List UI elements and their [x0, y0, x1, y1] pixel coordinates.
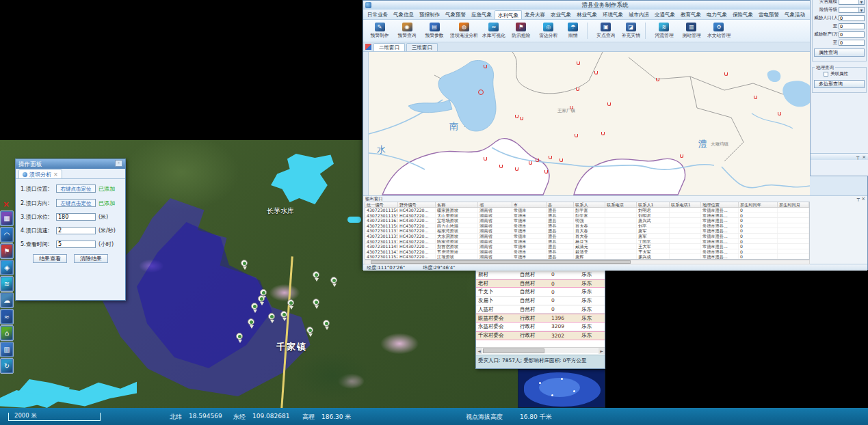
map-view-tab[interactable]: 二维窗口 [373, 43, 405, 51]
toolbar-button[interactable]: ▤ 预警参数 [423, 23, 446, 39]
table-row[interactable]: 430723011137HC4307220...陈家湾滑坡湖南省 常德市澧县杨月… [365, 239, 809, 245]
tab-close-icon[interactable]: × [53, 172, 58, 178]
village-pin-marker[interactable] [236, 333, 244, 343]
table-row[interactable]: 430723011145HC4307220...别首宿滑坡湖南省 常德市澧县戴清… [365, 244, 809, 249]
village-pin-marker[interactable] [280, 311, 288, 321]
disaster-point-marker[interactable] [536, 159, 539, 162]
rainbow-tool[interactable]: ◠ [0, 227, 14, 243]
menu-tab[interactable]: 环境气象 [600, 10, 626, 19]
village-pin-marker[interactable] [313, 299, 320, 309]
disaster-point-marker[interactable] [499, 165, 503, 168]
menu-tab[interactable]: 气象预警 [443, 10, 469, 19]
panel-close-icon[interactable]: × [862, 154, 866, 160]
toolbar-button[interactable]: ◉ 预警查询 [395, 23, 419, 39]
toolbar-button[interactable]: ≈ 水库可视化 [482, 23, 505, 39]
toolbar-button[interactable]: ▥ 测站管理 [680, 23, 703, 39]
breach-position-button[interactable]: 右键点击定位 [56, 184, 96, 193]
village-pin-marker[interactable] [248, 318, 255, 329]
village-table-row[interactable]: 眼益村委会行政村1396乐东 [476, 314, 605, 323]
layers-icon[interactable] [365, 44, 371, 50]
danger-level-select[interactable]: ▼ [839, 7, 865, 13]
disaster-point-marker[interactable] [656, 78, 659, 81]
river-tool[interactable]: ≈ [0, 309, 14, 325]
rain-tool[interactable]: ☁ [0, 292, 14, 308]
menu-tab[interactable]: 应急气象 [469, 10, 495, 19]
village-table-row[interactable]: 发扁卜自然村0乐东 [476, 297, 605, 305]
table-row[interactable]: 430723011152HC4307220...江垭滑坡湖南省 常德市澧县唐辉 … [365, 254, 809, 260]
menu-tab[interactable]: 教育气象 [678, 10, 704, 19]
disaster-point-marker[interactable] [754, 96, 757, 99]
breach-velocity-input[interactable] [56, 227, 96, 234]
contacts-tool[interactable]: ▥ [0, 342, 14, 357]
village-pin-marker[interactable] [306, 327, 314, 337]
menu-tab[interactable]: 农业气象 [548, 10, 574, 19]
scrollbar-thumb[interactable] [371, 260, 631, 264]
polygon-query-button[interactable]: 多边形查询 [814, 80, 865, 88]
table-row[interactable]: 430723011133HC4307220...柏家湾滑坡湖南省 常德市澧县肖大… [365, 228, 809, 234]
output-window-tab[interactable]: 输出窗口 [365, 196, 383, 202]
disaster-point-marker[interactable] [778, 112, 781, 115]
village-table-row[interactable]: 新村自然村0乐东 [476, 271, 605, 279]
disaster-point-marker[interactable] [549, 156, 552, 159]
pin-icon[interactable]: ┬ [857, 196, 860, 202]
disaster-points-table[interactable]: 统一编号野外编号 名称省 市县 联系人联系电话 联系人1联系电话1 地理位置发生… [365, 202, 810, 260]
table-row[interactable]: 430723011161HC4307220...宝塔场滑坡湖南省 常德市澧县明强… [365, 218, 809, 223]
menu-tab[interactable]: 电力气象 [704, 10, 730, 19]
village-table-row[interactable]: 人益村自然村0乐东 [476, 305, 605, 314]
village-pin-marker[interactable] [330, 277, 338, 287]
toolbar-button[interactable]: ▣ 灾点查询 [594, 23, 618, 39]
clear-result-button[interactable]: 清除结果 [74, 254, 108, 263]
scrollbar-thumb[interactable] [483, 348, 544, 353]
population-max-input[interactable] [839, 23, 865, 29]
table-row[interactable]: 430723011155HC4307220...大山里滑坡湖南省 常德市澧县彭学… [365, 213, 809, 219]
village-table-row[interactable]: 永益村委会行政村3209乐东 [476, 323, 605, 331]
disaster-point-marker[interactable] [529, 161, 532, 165]
close-toolbar-icon[interactable]: × [0, 200, 12, 210]
minimize-icon[interactable]: - [115, 160, 122, 167]
menu-tab[interactable]: 交通气象 [652, 10, 678, 19]
flag-tool[interactable]: ⚑ [0, 243, 14, 259]
disaster-point-marker[interactable] [577, 61, 580, 65]
overview-minimap[interactable] [518, 369, 605, 408]
disaster-point-marker[interactable] [515, 167, 518, 171]
toolbar-button[interactable]: ≋ 河流管理 [653, 23, 676, 39]
home-tool[interactable]: ⌂ [0, 325, 14, 341]
village-pin-marker[interactable] [241, 260, 248, 270]
population-min-input[interactable] [839, 15, 865, 21]
breach-direction-button[interactable]: 左键点击定位 [56, 199, 96, 207]
disaster-point-marker[interactable] [515, 115, 518, 118]
menu-tab[interactable]: 预报制作 [417, 10, 443, 19]
disaster-point-marker[interactable] [576, 87, 579, 91]
disaster-point-marker[interactable] [575, 134, 578, 137]
water-drop-tool[interactable]: ◈ [0, 260, 14, 275]
menu-tab[interactable]: 水利气象 [495, 10, 522, 19]
menu-tab[interactable]: 保险气象 [730, 10, 756, 19]
view-result-button[interactable]: 结果查看 [33, 254, 67, 263]
view-time-input[interactable] [56, 241, 96, 248]
disaster-point-marker[interactable] [680, 154, 683, 158]
toolbar-button[interactable]: ☂ 雨情 [564, 23, 588, 39]
toolbar-button[interactable]: ◎ 雷达分析 [537, 23, 560, 39]
disaster-point-marker[interactable] [607, 102, 611, 106]
table-row[interactable]: 430723011135HC4307220...大水洞滑坡湖南省 常德市澧县肖大… [365, 234, 809, 239]
menu-tab[interactable]: 龙舟大赛 [522, 10, 548, 19]
app-titlebar[interactable]: 澧县业务制作系统 – □ × [363, 1, 867, 10]
menu-tab[interactable]: 雷电预警 [756, 10, 782, 19]
map-view-tab[interactable]: 三维窗口 [406, 43, 438, 51]
village-horizontal-scrollbar[interactable]: ◄ ► [476, 347, 605, 353]
disaster-point-marker[interactable] [484, 65, 487, 68]
toolbar-button[interactable]: ◍ 溃坝淹没分析 [450, 23, 478, 39]
village-table-row[interactable]: 千家村委会行政村3202乐东 [476, 331, 605, 340]
menu-tab[interactable]: 气象活动 [782, 10, 808, 19]
village-pin-marker[interactable] [323, 320, 330, 330]
disaster-scale-select[interactable]: ▼ [839, 0, 865, 5]
pin-icon[interactable]: ┬ [856, 154, 859, 160]
county-2d-map[interactable]: 南 水 澧 王家厂镇 大堰垱镇 [369, 52, 810, 195]
collapsed-layer-bar[interactable] [363, 52, 369, 195]
waves-tool[interactable]: ≋ [0, 276, 14, 292]
toolbar-button[interactable]: ◪ 补充灾情 [622, 23, 646, 39]
menu-tab[interactable]: 城市内涝 [626, 10, 652, 19]
table-row[interactable]: 430723011156HC4307220...疆家路滑坡湖南省 常德市澧县彭学… [365, 208, 809, 213]
village-pin-marker[interactable] [251, 303, 259, 313]
refresh-tool[interactable]: ↻ [0, 358, 14, 374]
